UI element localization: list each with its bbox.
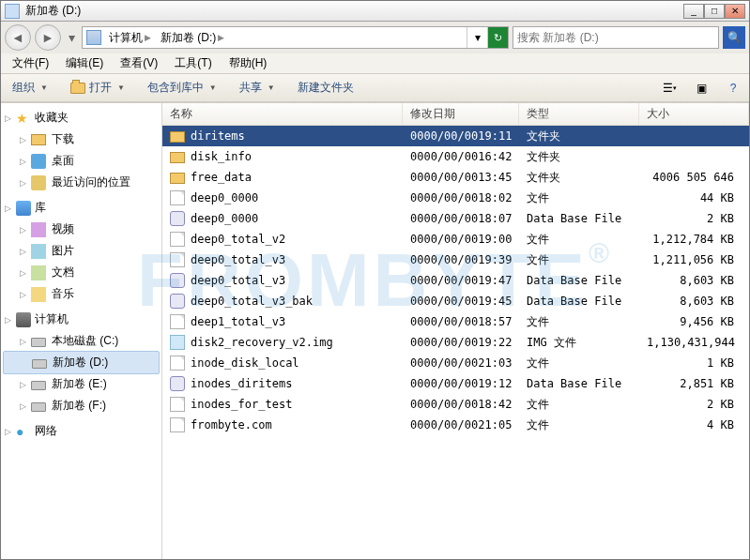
file-size: 2 KB bbox=[639, 212, 742, 225]
col-size[interactable]: 大小 bbox=[639, 103, 749, 125]
sidebar-item-label: 下载 bbox=[52, 131, 74, 147]
file-type: 文件 bbox=[519, 190, 639, 206]
file-list[interactable]: diritems0000/00/0019:11文件夹disk_info0000/… bbox=[162, 126, 749, 559]
file-name: deep0_total_v3 bbox=[191, 274, 285, 287]
menu-file[interactable]: 文件(F) bbox=[5, 53, 56, 73]
sidebar-item[interactable]: ▷下载 bbox=[1, 129, 161, 150]
maximize-button[interactable]: □ bbox=[704, 4, 725, 19]
sidebar-group-label: 网络 bbox=[35, 423, 57, 439]
file-row[interactable]: deep0_total_v20000/00/0019:00文件1,212,784… bbox=[162, 229, 749, 250]
back-button[interactable]: ◄ bbox=[5, 24, 31, 51]
address-dropdown[interactable]: ▾ bbox=[467, 27, 487, 48]
file-type: 文件夹 bbox=[519, 129, 639, 144]
search-box[interactable] bbox=[513, 26, 719, 49]
sidebar-item[interactable]: ▷桌面 bbox=[1, 150, 161, 172]
close-button[interactable]: ✕ bbox=[725, 4, 745, 19]
sidebar-item[interactable]: ▷新加卷 (F:) bbox=[1, 395, 161, 416]
search-button[interactable]: 🔍 bbox=[723, 26, 745, 49]
file-icon bbox=[170, 417, 185, 432]
file-type: Data Base File bbox=[519, 212, 639, 225]
file-name: diritems bbox=[191, 129, 245, 143]
preview-pane-button[interactable]: ▣ bbox=[691, 78, 712, 98]
file-row[interactable]: inodes_for_test0000/00/0018:42文件2 KB bbox=[162, 394, 749, 415]
mus-icon bbox=[31, 287, 46, 302]
view-options-button[interactable]: ☰▾ bbox=[659, 78, 680, 98]
address-bar[interactable]: 计算机▶ 新加卷 (D:)▶ ▾ ↻ bbox=[82, 26, 509, 49]
file-row[interactable]: deep0_00000000/00/0018:02文件44 KB bbox=[162, 188, 749, 208]
sidebar-item[interactable]: ▷文档 bbox=[1, 262, 161, 283]
sidebar-group-label: 计算机 bbox=[35, 311, 69, 327]
sidebar-group-network[interactable]: ▷●网络 bbox=[1, 420, 161, 442]
window-icon bbox=[5, 4, 20, 19]
menu-tools[interactable]: 工具(T) bbox=[167, 53, 219, 73]
sidebar-item[interactable]: 新加卷 (D:) bbox=[3, 351, 160, 374]
include-button[interactable]: 包含到库中▼ bbox=[142, 78, 222, 98]
file-icon bbox=[170, 397, 185, 412]
drive-icon bbox=[31, 402, 46, 412]
file-row[interactable]: deep0_total_v30000/00/0019:47Data Base F… bbox=[162, 270, 749, 291]
file-size: 2 KB bbox=[639, 398, 742, 411]
menu-view[interactable]: 查看(V) bbox=[113, 53, 165, 73]
history-dropdown[interactable]: ▾ bbox=[65, 28, 78, 47]
file-row[interactable]: deep1_total_v30000/00/0018:57文件9,456 KB bbox=[162, 311, 749, 332]
file-size: 1 KB bbox=[639, 356, 742, 370]
drive-icon bbox=[31, 338, 46, 347]
share-button[interactable]: 共享▼ bbox=[234, 78, 281, 98]
file-name: deep0_total_v2 bbox=[191, 233, 285, 246]
sidebar-item[interactable]: ▷音乐 bbox=[1, 283, 161, 305]
sidebar-item[interactable]: ▷视频 bbox=[1, 219, 161, 240]
file-date: 0000/00/0019:22 bbox=[403, 336, 519, 349]
minimize-button[interactable]: _ bbox=[683, 4, 704, 19]
desk-icon bbox=[31, 154, 46, 169]
sidebar-item[interactable]: ▷新加卷 (E:) bbox=[1, 373, 161, 395]
chevron-icon: ▷ bbox=[20, 135, 26, 144]
sidebar-group-computer[interactable]: ▷计算机 bbox=[1, 309, 161, 330]
menu-help[interactable]: 帮助(H) bbox=[222, 53, 275, 73]
file-row[interactable]: diritems0000/00/0019:11文件夹 bbox=[162, 126, 749, 146]
file-type: Data Base File bbox=[519, 377, 639, 390]
file-row[interactable]: inode_disk_local0000/00/0021:03文件1 KB bbox=[162, 353, 749, 373]
sidebar-item[interactable]: ▷图片 bbox=[1, 240, 161, 262]
help-button[interactable]: ? bbox=[723, 78, 743, 98]
file-type: 文件 bbox=[519, 356, 639, 371]
menu-edit[interactable]: 编辑(E) bbox=[58, 53, 111, 73]
navigation-pane[interactable]: ▷★收藏夹▷下载▷桌面▷最近访问的位置 ▷库▷视频▷图片▷文档▷音乐 ▷计算机▷… bbox=[1, 103, 162, 559]
refresh-button[interactable]: ↻ bbox=[487, 27, 508, 48]
file-row[interactable]: frombyte.com0000/00/0021:05文件4 KB bbox=[162, 415, 749, 435]
sidebar-group-libraries[interactable]: ▷库 bbox=[1, 197, 161, 219]
file-row[interactable]: deep0_total_v3_bak0000/00/0019:45Data Ba… bbox=[162, 291, 749, 311]
file-row[interactable]: disk_info0000/00/0016:42文件夹 bbox=[162, 146, 749, 167]
newfolder-button[interactable]: 新建文件夹 bbox=[292, 78, 360, 98]
folder-icon bbox=[170, 152, 185, 163]
file-row[interactable]: free_data0000/00/0013:45文件夹4006 505 646 bbox=[162, 167, 749, 188]
network-icon: ● bbox=[16, 424, 31, 439]
chevron-icon: ▷ bbox=[20, 337, 26, 346]
file-name: deep0_total_v3_bak bbox=[191, 295, 313, 308]
sidebar-item[interactable]: ▷本地磁盘 (C:) bbox=[1, 330, 161, 352]
file-row[interactable]: deep0_total_v30000/00/0019:39文件1,211,056… bbox=[162, 250, 749, 270]
col-type[interactable]: 类型 bbox=[519, 103, 639, 125]
forward-button[interactable]: ► bbox=[35, 24, 61, 51]
chevron-icon: ▷ bbox=[5, 114, 11, 123]
file-date: 0000/00/0019:47 bbox=[403, 274, 519, 287]
file-row[interactable]: deep0_00000000/00/0018:07Data Base File2… bbox=[162, 208, 749, 229]
chevron-icon: ▷ bbox=[20, 247, 26, 256]
file-row[interactable]: disk2_recovery_v2.img0000/00/0019:22IMG … bbox=[162, 332, 749, 353]
file-name: disk_info bbox=[191, 150, 252, 163]
breadcrumb-root[interactable]: 计算机▶ bbox=[105, 27, 157, 48]
sidebar-item[interactable]: ▷最近访问的位置 bbox=[1, 172, 161, 193]
col-date[interactable]: 修改日期 bbox=[403, 103, 519, 125]
col-name[interactable]: 名称 bbox=[162, 103, 403, 125]
sidebar-group-favorites[interactable]: ▷★收藏夹 bbox=[1, 107, 161, 129]
organize-button[interactable]: 组织▼ bbox=[7, 78, 54, 98]
star-icon: ★ bbox=[16, 111, 31, 126]
file-date: 0000/00/0019:12 bbox=[403, 377, 519, 390]
search-input[interactable] bbox=[513, 28, 718, 47]
file-type: Data Base File bbox=[519, 274, 639, 287]
titlebar[interactable]: 新加卷 (D:) _ □ ✕ bbox=[1, 1, 749, 22]
file-name: deep0_0000 bbox=[191, 191, 258, 204]
breadcrumb-current[interactable]: 新加卷 (D:)▶ bbox=[157, 27, 230, 48]
file-row[interactable]: inodes_diritems0000/00/0019:12Data Base … bbox=[162, 373, 749, 394]
db-icon bbox=[170, 376, 185, 391]
open-button[interactable]: 打开▼ bbox=[65, 78, 130, 98]
